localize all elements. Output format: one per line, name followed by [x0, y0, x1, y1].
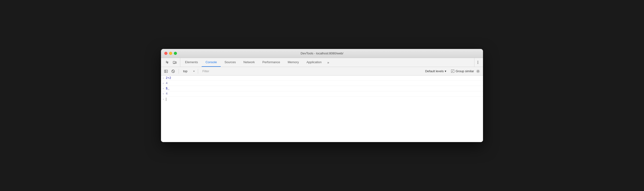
devtools-window: DevTools - localhost:8080/web/: [161, 49, 483, 142]
console-toolbar: top ▾ Default levels ▾ Group similar: [161, 67, 483, 76]
default-levels-button[interactable]: Default levels ▾: [423, 68, 448, 74]
output-chevron: ‹: [162, 92, 166, 95]
tabs-list: Elements Console Sources Network Perform…: [181, 58, 474, 67]
output-chevron: ‹: [162, 82, 166, 85]
toolbar-divider: [178, 69, 179, 74]
close-button[interactable]: [164, 52, 168, 55]
default-levels-label: Default levels: [425, 69, 444, 73]
kebab-dot: [478, 61, 478, 61]
console-input-text: 2+2: [166, 76, 171, 80]
window-title: DevTools - localhost:8080/web/: [300, 51, 344, 55]
console-input-text: $_: [166, 87, 169, 90]
tab-memory[interactable]: Memory: [284, 58, 303, 67]
input-chevron: ›: [162, 87, 166, 90]
toolbar-icons: [162, 58, 180, 67]
group-similar-checkbox[interactable]: [451, 70, 454, 73]
inspector-button[interactable]: [164, 59, 171, 66]
svg-rect-3: [164, 70, 168, 72]
title-bar: DevTools - localhost:8080/web/: [161, 49, 483, 58]
devtools-body: Elements Console Sources Network Perform…: [161, 58, 483, 142]
active-input-chevron: ›: [162, 98, 166, 101]
tab-elements[interactable]: Elements: [181, 58, 202, 67]
default-levels-arrow: ▾: [445, 69, 446, 73]
kebab-dot: [478, 63, 478, 64]
tab-console[interactable]: Console: [202, 58, 221, 67]
svg-point-7: [478, 71, 479, 72]
input-chevron: ›: [162, 77, 166, 80]
svg-rect-1: [175, 62, 176, 63]
tab-performance[interactable]: Performance: [258, 58, 284, 67]
console-row: › $_: [161, 86, 483, 91]
console-output-text: 4: [166, 92, 168, 95]
svg-line-6: [172, 70, 174, 72]
console-sidebar-button[interactable]: [163, 68, 169, 74]
context-selector[interactable]: top ▾: [181, 68, 196, 74]
tab-application[interactable]: Application: [303, 58, 326, 67]
traffic-lights: [164, 52, 177, 55]
minimize-button[interactable]: [169, 52, 172, 55]
console-output: › 2+2 ‹ 4 › $_ ‹ 4 ›: [161, 76, 483, 142]
kebab-dot: [478, 62, 478, 63]
tab-sources[interactable]: Sources: [221, 58, 240, 67]
console-row: › 2+2: [161, 76, 483, 81]
filter-input[interactable]: [200, 68, 422, 74]
console-row: ‹ 4: [161, 91, 483, 96]
more-options-button[interactable]: [474, 59, 481, 66]
console-cursor: [166, 98, 166, 101]
tab-network[interactable]: Network: [240, 58, 259, 67]
console-input-line[interactable]: ›: [161, 96, 483, 102]
group-similar-label: Group similar: [456, 69, 474, 73]
device-toolbar-button[interactable]: [172, 59, 178, 66]
console-settings-button[interactable]: [475, 68, 481, 74]
tabs-right-actions: [474, 58, 483, 67]
tabs-bar: Elements Console Sources Network Perform…: [161, 58, 483, 67]
clear-console-button[interactable]: [170, 68, 176, 74]
context-select-input[interactable]: top: [181, 68, 196, 74]
group-similar-wrapper: Group similar: [451, 69, 474, 73]
console-output-text: 4: [166, 82, 168, 85]
console-row: ‹ 4: [161, 81, 483, 86]
maximize-button[interactable]: [174, 52, 177, 55]
filter-divider: [198, 69, 198, 74]
tabs-overflow-button[interactable]: »: [325, 58, 331, 67]
